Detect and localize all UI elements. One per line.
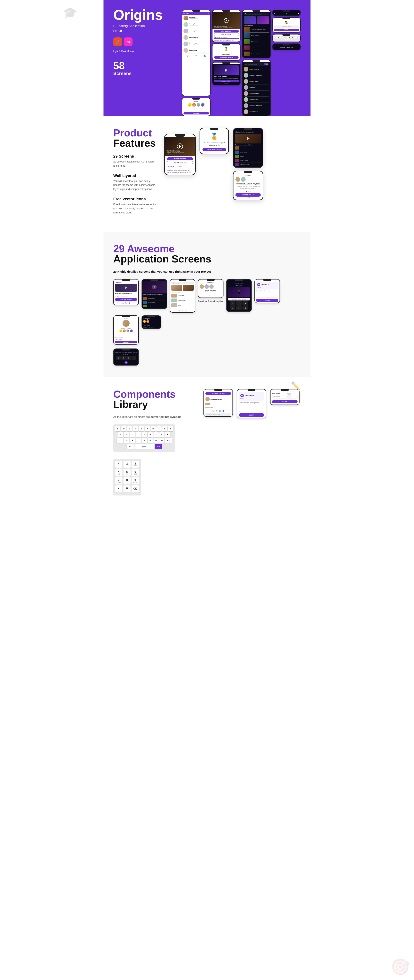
key-h[interactable]: H — [148, 432, 153, 437]
numkey-0[interactable]: 0+ — [124, 485, 131, 492]
key-z[interactable]: Z — [124, 438, 129, 443]
numkey-backspace[interactable]: ⌫ — [132, 485, 139, 492]
screens-label: Screens — [113, 71, 178, 76]
numkey-7[interactable]: 7PQRS — [115, 477, 122, 484]
key-space[interactable]: space — [134, 444, 154, 449]
screens-chat-phone: 💬 Chat with us Call us For any feedback,… — [255, 279, 280, 303]
key-l[interactable]: L — [165, 432, 170, 437]
last-name-submit-btn[interactable]: SUBMIT — [272, 400, 298, 403]
key-i[interactable]: I — [156, 426, 161, 431]
features-text: Product Features 29 Screens 29 screens a… — [113, 128, 156, 220]
key-q[interactable]: Q — [115, 426, 120, 431]
hero-screen-gordon: GORDON RAMSEY Teaches cooking Restaurant… — [212, 10, 241, 42]
hero-title: Origins — [113, 8, 178, 22]
hero-subtitle: E-Learnig Application UI Kit — [113, 24, 178, 33]
key-f[interactable]: F — [136, 432, 141, 437]
pencil-icon: ✏️ — [291, 381, 301, 390]
hero-screen-search: 🔍 Search your favourite video Gordon Ram… — [242, 10, 271, 58]
components-title-purple: Components — [113, 389, 196, 399]
key-j[interactable]: J — [153, 432, 159, 437]
screens-otp-phone: Please enter the 4 digit code sent to yo… — [113, 348, 139, 366]
key-e[interactable]: E — [127, 426, 132, 431]
svg-rect-0 — [116, 40, 118, 41]
screens-origins-phone: ORIGINS Bessie Alexander Teaching photog… — [198, 279, 223, 298]
hero-screen-badge-earned: 🏅 You have earned the badge ofMaster che… — [212, 43, 241, 60]
screens-explore-phone: ORIGINS Explore A Range Of Topics The be… — [113, 279, 139, 305]
product-features-section: Product Features 29 Screens 29 screens a… — [104, 116, 310, 232]
hero-section: Origins E-Learnig Application UI Kit Xd … — [104, 0, 310, 116]
app-screens-title-purple: 29 Awseome — [113, 243, 301, 254]
key-p[interactable]: P — [168, 426, 173, 431]
hero-screen-otp: 🧑‍🎨 Enter your Name LOG IN — [272, 18, 301, 33]
tool-label: Light & Dark Modes — [113, 50, 178, 53]
numkey-1[interactable]: 1 — [115, 461, 122, 468]
key-r[interactable]: R — [133, 426, 138, 431]
key-d[interactable]: D — [130, 432, 135, 437]
components-lastname-phone: Last Name Last Name SUBMIT — [270, 389, 299, 405]
badge-earned-phone: 🏅 You have earned the badge ofMaster che… — [199, 128, 229, 154]
features-title-black: Features — [113, 138, 156, 148]
feature-layered: Well layered You will know that you can … — [113, 173, 156, 191]
numkey-8[interactable]: 8TUV — [124, 477, 131, 484]
numkey-star[interactable]: * — [115, 485, 122, 492]
hero-screen-onboard: Learn From The Best Dishes choose highs … — [212, 62, 241, 86]
tool-badges: Xd — [113, 37, 178, 46]
numkey-3[interactable]: 3DEF — [132, 461, 139, 468]
components-chat-phone: 💬 Chat with us Call us For any feedback,… — [237, 389, 266, 418]
key-backspace[interactable]: ⌫ — [165, 438, 172, 443]
components-section: Components Library All the important ele… — [104, 377, 310, 507]
hero-screen-dlwatch: Download & Watch App — [272, 43, 301, 50]
screens-fragment-phone: Hi Fragme... 🏆 ⭐ Account details Profile… — [142, 315, 161, 329]
xd-badge: Xd — [124, 37, 132, 46]
svg-rect-2 — [116, 41, 118, 43]
numkey-2[interactable]: 2ABC — [124, 461, 131, 468]
key-k[interactable]: K — [159, 432, 164, 437]
components-desc: All the important elements are converted… — [113, 415, 196, 418]
screens-count: 58 — [113, 60, 178, 71]
key-m[interactable]: M — [159, 438, 164, 443]
key-a[interactable]: A — [118, 432, 123, 437]
components-right: ✏️ ☕ EXPLORE THE APP Bessie Alexander Bu… — [204, 389, 301, 495]
download-watch-label: Download & watch anytime — [198, 300, 223, 302]
key-u[interactable]: U — [151, 426, 156, 431]
numkey-9[interactable]: 9WXYZ — [132, 477, 139, 484]
key-shift[interactable]: ⇧ — [117, 438, 123, 443]
keyboard-component: Q W E R T Y U I O P A S D F G H — [113, 424, 175, 452]
key-123[interactable]: 123 — [127, 444, 134, 449]
explore-app-btn[interactable]: EXPLORE THE APP — [205, 392, 231, 395]
app-screens-section: 29 Awseome Application Screens 29 Highly… — [104, 232, 310, 377]
chat-submit-btn[interactable]: SUBMIT — [239, 414, 264, 417]
key-go[interactable]: Go — [155, 444, 162, 449]
screens-genesis-phone: GENESIS the learn 📱 Enter your Mobile Nu… — [226, 279, 252, 312]
screens-list-phone: 🔍 Search your favourite video Bessie Ale… — [170, 279, 195, 313]
hero-screen-1: ORIGINS ☰ Guy WebbTeaches cooking Sereni… — [182, 10, 210, 96]
hero-screen-settings: ⚙️ 🔍 📋 — [272, 10, 301, 16]
numkey-4[interactable]: 4GHI — [115, 469, 122, 476]
feature-screens: 29 Screens 29 screens available for XD, … — [113, 154, 156, 168]
key-v[interactable]: V — [142, 438, 147, 443]
last-name-label: Last Name — [272, 392, 298, 394]
app-screens-title-black: Application Screens — [113, 254, 301, 264]
key-o[interactable]: O — [162, 426, 167, 431]
key-x[interactable]: X — [130, 438, 135, 443]
numkey-6[interactable]: 6MNO — [132, 469, 139, 476]
key-s[interactable]: S — [124, 432, 129, 437]
hero-screen-download: Download automatically Bessie Alexander … — [242, 60, 271, 116]
key-t[interactable]: T — [139, 426, 144, 431]
key-y[interactable]: Y — [145, 426, 150, 431]
components-title-black: Library — [113, 399, 196, 409]
key-c[interactable]: C — [136, 438, 141, 443]
key-b[interactable]: B — [148, 438, 153, 443]
key-n[interactable]: N — [153, 438, 159, 443]
numkey-5[interactable]: 5JKL — [124, 469, 131, 476]
key-w[interactable]: W — [121, 426, 126, 431]
figma-badge — [113, 37, 122, 46]
gordon-phone-large: Gordon Ramsey Teaches cooking Restaurant… — [164, 134, 196, 175]
svg-rect-1 — [118, 40, 119, 41]
key-g[interactable]: G — [142, 432, 147, 437]
svg-point-4 — [118, 41, 119, 43]
features-title-purple: Product — [113, 128, 156, 138]
feature-icons: Free vector icons Free icons have been m… — [113, 197, 156, 215]
numpad-component: 1 2ABC 3DEF 4GHI 5JKL 6MNO 7PQRS 8TUV 9W… — [113, 459, 141, 495]
components-left: Components Library All the important ele… — [113, 389, 196, 495]
